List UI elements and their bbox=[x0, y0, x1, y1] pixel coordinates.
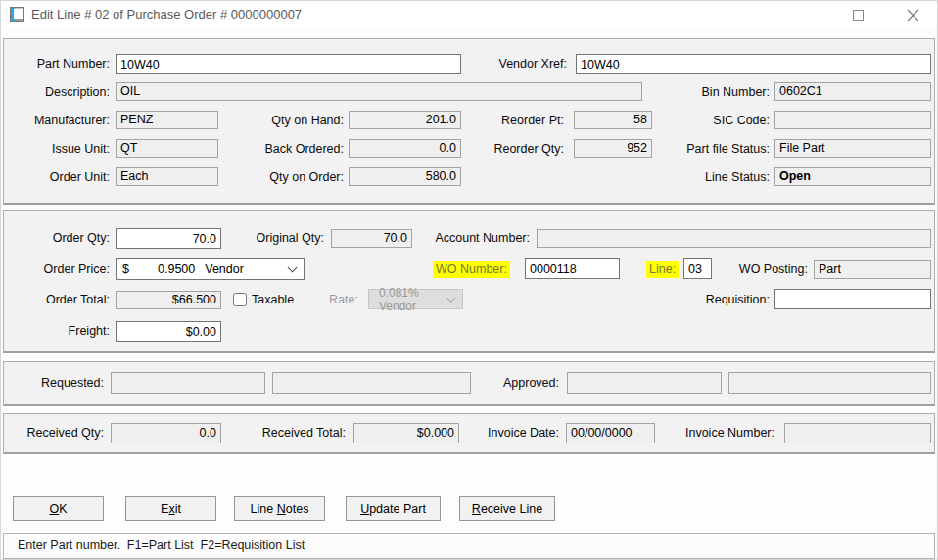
order-unit-field: Each bbox=[116, 167, 218, 186]
reorder-qty-field: 952 bbox=[574, 139, 652, 158]
part-number-label: Part Number: bbox=[16, 54, 110, 73]
rate-select: 0.081% Vendor bbox=[368, 289, 463, 309]
wo-line-label: Line: bbox=[646, 261, 679, 278]
issue-unit-label: Issue Unit: bbox=[16, 139, 110, 159]
part-file-status-label: Part file Status: bbox=[662, 139, 770, 159]
freight-input[interactable] bbox=[116, 321, 221, 342]
ok-button-post: K bbox=[59, 502, 67, 516]
requested-by-field bbox=[111, 372, 265, 394]
wo-posting-label: WO Posting: bbox=[721, 259, 808, 279]
line-status-field: Open bbox=[774, 167, 931, 186]
vendor-xref-input[interactable] bbox=[576, 54, 931, 74]
rate-value: 0.081% Vendor bbox=[369, 286, 448, 313]
received-qty-field: 0.0 bbox=[111, 423, 221, 443]
update-part-button[interactable]: Update Part bbox=[346, 496, 441, 521]
invoice-date-label: Invoice Date: bbox=[476, 423, 559, 443]
vendor-xref-label: Vendor Xref: bbox=[481, 54, 567, 73]
order-price-currency: $ bbox=[117, 262, 158, 276]
line-status-label: Line Status: bbox=[662, 167, 770, 187]
qty-on-order-field: 580.0 bbox=[349, 167, 461, 186]
close-icon bbox=[907, 9, 919, 22]
order-total-field: $66.500 bbox=[116, 291, 221, 309]
invoice-number-label: Invoice Number: bbox=[672, 423, 774, 443]
receive-line-button-key: R bbox=[472, 502, 481, 516]
taxable-checkbox[interactable] bbox=[233, 293, 247, 306]
original-qty-field: 70.0 bbox=[331, 229, 412, 248]
back-ordered-field: 0.0 bbox=[349, 139, 461, 158]
approved-name-field bbox=[728, 372, 931, 394]
order-price-select[interactable]: $ 0.9500 Vendor bbox=[116, 258, 305, 280]
sic-code-field bbox=[774, 111, 931, 129]
taxable-label: Taxable bbox=[252, 290, 305, 309]
reorder-qty-label: Reorder Qty: bbox=[461, 139, 564, 159]
status-message: Enter Part number. F1=Part List F2=Requi… bbox=[4, 534, 934, 558]
reorder-pt-label: Reorder Pt: bbox=[461, 111, 564, 130]
maximize-icon bbox=[853, 10, 864, 21]
approved-label: Approved: bbox=[486, 372, 559, 392]
original-qty-label: Original Qty: bbox=[226, 228, 324, 248]
window-title: Edit Line # 02 of Purchase Order # 00000… bbox=[31, 1, 302, 28]
order-price-source: Vendor bbox=[205, 262, 244, 276]
update-part-button-key: U bbox=[360, 502, 369, 516]
issue-unit-field: QT bbox=[116, 139, 218, 158]
part-number-input[interactable] bbox=[116, 54, 461, 74]
line-notes-button-key: N bbox=[277, 502, 286, 516]
requisition-label: Requisition: bbox=[681, 290, 770, 309]
wo-posting-field: Part bbox=[814, 260, 931, 279]
form-window-icon bbox=[9, 7, 25, 23]
maximize-button[interactable] bbox=[835, 1, 880, 28]
requisition-input[interactable] bbox=[774, 289, 931, 309]
received-total-label: Received Total: bbox=[241, 423, 346, 443]
line-notes-button[interactable]: Line Notes bbox=[234, 496, 325, 521]
received-qty-label: Received Qty: bbox=[21, 423, 104, 443]
ok-button-key: O bbox=[49, 502, 59, 516]
bin-number-field: 0602C1 bbox=[774, 82, 931, 101]
sic-code-label: SIC Code: bbox=[662, 111, 770, 130]
requested-name-field bbox=[272, 372, 471, 394]
chevron-down-icon bbox=[288, 263, 298, 273]
receive-line-button[interactable]: Receive Line bbox=[459, 496, 555, 521]
manufacturer-field: PENZ bbox=[116, 111, 218, 129]
rate-label: Rate: bbox=[324, 290, 358, 309]
invoice-date-field: 00/00/0000 bbox=[566, 423, 655, 443]
account-number-label: Account Number: bbox=[422, 228, 530, 248]
description-field: OIL bbox=[116, 82, 642, 101]
ok-button[interactable]: OK bbox=[13, 496, 104, 521]
exit-button[interactable]: Exit bbox=[125, 496, 216, 521]
requested-label: Requested: bbox=[25, 372, 104, 392]
qty-on-hand-field: 201.0 bbox=[349, 111, 461, 129]
order-price-amount: 0.9500 bbox=[158, 262, 195, 276]
close-button[interactable] bbox=[890, 1, 935, 28]
freight-label: Freight: bbox=[16, 321, 110, 341]
wo-number-label: WO Number: bbox=[433, 261, 510, 278]
exit-button-pre: E bbox=[161, 502, 168, 516]
order-total-label: Order Total: bbox=[16, 290, 110, 309]
update-part-button-post: pdate Part bbox=[369, 502, 426, 516]
bin-number-label: Bin Number: bbox=[662, 82, 770, 102]
part-file-status-field: File Part bbox=[774, 139, 931, 158]
exit-button-post: it bbox=[175, 502, 181, 516]
description-label: Description: bbox=[16, 82, 110, 102]
edit-line-window: Edit Line # 02 of Purchase Order # 00000… bbox=[0, 0, 938, 560]
approved-by-field bbox=[567, 372, 722, 394]
receive-line-button-post: eceive Line bbox=[481, 502, 542, 516]
invoice-number-field bbox=[784, 423, 931, 443]
order-unit-label: Order Unit: bbox=[16, 167, 110, 187]
order-qty-input[interactable] bbox=[116, 228, 221, 249]
reorder-pt-field: 58 bbox=[574, 111, 652, 129]
order-price-label: Order Price: bbox=[16, 259, 110, 279]
title-bar: Edit Line # 02 of Purchase Order # 00000… bbox=[1, 1, 937, 28]
qty-on-order-label: Qty on Order: bbox=[236, 167, 344, 187]
order-qty-label: Order Qty: bbox=[16, 228, 110, 248]
received-total-field: $0.000 bbox=[353, 423, 459, 443]
back-ordered-label: Back Ordered: bbox=[236, 139, 344, 159]
line-notes-button-pre: Line bbox=[251, 502, 277, 516]
line-notes-button-post: otes bbox=[286, 502, 309, 516]
qty-on-hand-label: Qty on Hand: bbox=[236, 111, 344, 130]
manufacturer-label: Manufacturer: bbox=[16, 111, 110, 130]
status-bar: Enter Part number. F1=Part List F2=Requi… bbox=[3, 533, 935, 559]
wo-line-input[interactable] bbox=[683, 258, 712, 279]
wo-number-input[interactable] bbox=[525, 258, 620, 279]
account-number-field bbox=[537, 229, 931, 248]
